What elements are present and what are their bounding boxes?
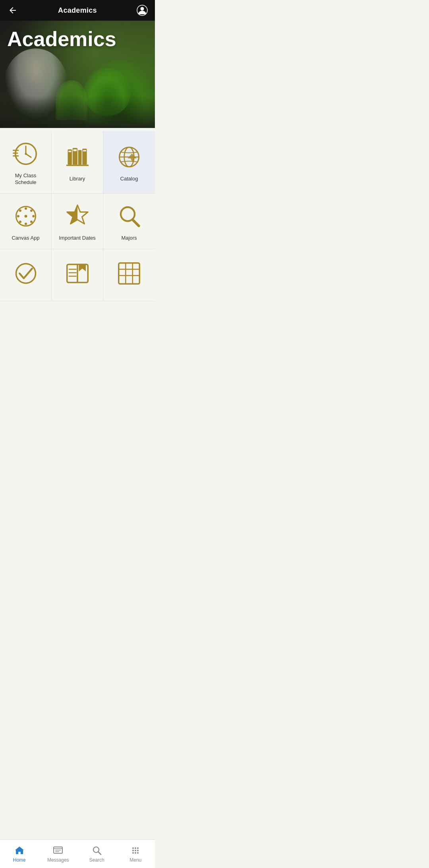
menu-label-majors: Majors [121, 235, 137, 242]
svg-rect-13 [78, 150, 81, 165]
svg-point-27 [30, 221, 32, 223]
menu-label-library: Library [70, 176, 85, 182]
svg-point-1 [140, 7, 144, 11]
back-button[interactable] [7, 5, 18, 16]
menu-label-catalog: Catalog [120, 176, 138, 182]
clock-icon [12, 140, 40, 168]
menu-item-my-class-schedule[interactable]: My Class Schedule [0, 131, 52, 193]
menu-item-checkmark[interactable] [0, 249, 52, 301]
svg-point-29 [19, 221, 21, 223]
grid-row-2: Canvas App Important Dates Maj [0, 194, 155, 249]
notebook-icon [64, 260, 91, 287]
menu-item-grid-lines[interactable] [103, 249, 155, 301]
menu-label-important-dates: Important Dates [59, 235, 96, 242]
menu-grid: My Class Schedule [0, 128, 155, 304]
check-circle-icon [12, 260, 40, 287]
svg-point-22 [24, 207, 27, 209]
hero-title: Academics [7, 28, 116, 50]
menu-item-catalog[interactable]: Catalog [103, 131, 155, 193]
menu-item-majors[interactable]: Majors [103, 194, 155, 249]
menu-label-canvas-app: Canvas App [12, 235, 39, 242]
menu-item-canvas-app[interactable]: Canvas App [0, 194, 52, 249]
svg-point-21 [24, 215, 27, 217]
svg-point-26 [19, 209, 21, 212]
svg-rect-10 [68, 151, 71, 153]
hero-section: Academics [0, 21, 155, 128]
menu-item-library[interactable]: Library [52, 131, 103, 193]
svg-rect-38 [119, 263, 140, 284]
menu-item-notebook[interactable] [52, 249, 103, 301]
grid-lines-icon [115, 260, 143, 287]
books-icon [64, 143, 91, 171]
star-icon [64, 202, 91, 230]
svg-point-28 [30, 209, 32, 212]
grid-row-1: My Class Schedule [0, 131, 155, 194]
svg-point-8 [25, 153, 27, 155]
svg-point-23 [24, 223, 27, 225]
profile-button[interactable] [137, 5, 148, 16]
dots-circle-icon [12, 202, 40, 230]
top-bar: Academics [0, 0, 155, 21]
menu-label-my-class-schedule: My Class Schedule [5, 172, 46, 186]
svg-rect-15 [83, 150, 86, 152]
svg-rect-16 [66, 165, 89, 167]
svg-point-24 [17, 215, 19, 217]
grid-row-3 [0, 249, 155, 301]
svg-point-25 [32, 215, 35, 217]
menu-item-important-dates[interactable]: Important Dates [52, 194, 103, 249]
globe-icon [115, 143, 143, 171]
svg-rect-12 [73, 149, 77, 151]
search-circle-icon [115, 202, 143, 230]
page-title: Academics [58, 6, 97, 15]
svg-line-31 [133, 220, 139, 226]
